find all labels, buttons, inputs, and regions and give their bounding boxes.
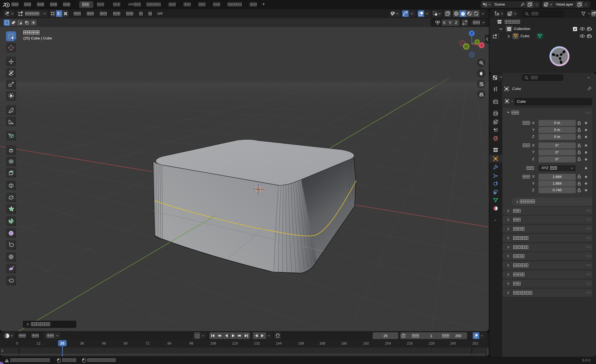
svg-text:Y: Y [476,40,478,44]
svg-text:Z: Z [471,32,473,35]
svg-text:X: X [480,44,483,47]
